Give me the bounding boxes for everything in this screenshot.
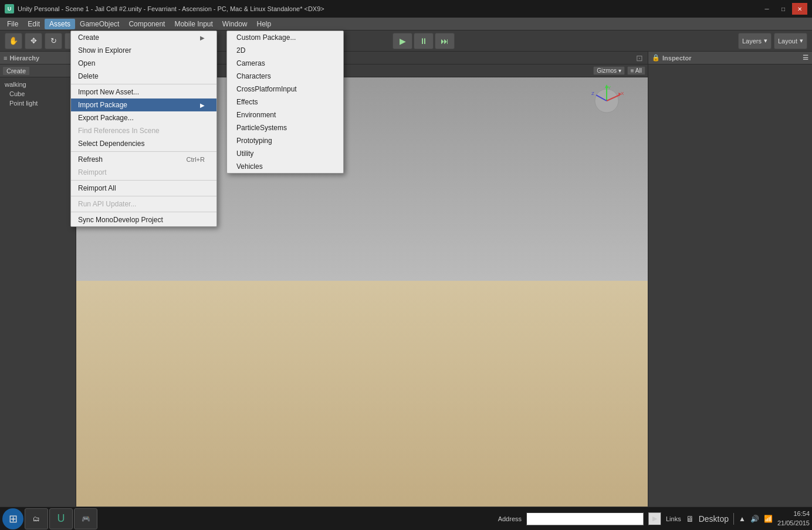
assets-context-menu: Create ▶ Show in Explorer Open Delete Im… bbox=[70, 30, 217, 227]
ctx-run-api-updater: Run API Updater... bbox=[71, 198, 216, 210]
ctx-show-in-explorer[interactable]: Show in Explorer bbox=[71, 44, 216, 57]
ctx-create[interactable]: Create ▶ bbox=[71, 31, 216, 44]
sub-cameras[interactable]: Cameras bbox=[227, 57, 343, 70]
ctx-reimport: Reimport bbox=[71, 166, 216, 179]
ctx-export-package[interactable]: Export Package... bbox=[71, 111, 216, 124]
sub-characters[interactable]: Characters bbox=[227, 70, 343, 83]
ctx-import-new-asset[interactable]: Import New Asset... bbox=[71, 86, 216, 98]
ctx-sep-5 bbox=[71, 212, 216, 212]
ctx-delete[interactable]: Delete bbox=[71, 70, 216, 83]
sub-utility[interactable]: Utility bbox=[227, 147, 343, 160]
sub-crossplatforminput[interactable]: CrossPlatformInput bbox=[227, 83, 343, 96]
ctx-sep-3 bbox=[71, 180, 216, 181]
ctx-import-package-arrow: ▶ bbox=[200, 102, 205, 108]
ctx-create-arrow: ▶ bbox=[200, 35, 205, 41]
ctx-sync-monodevelop[interactable]: Sync MonoDevelop Project bbox=[71, 213, 216, 226]
import-package-submenu: Custom Package... 2D Cameras Characters … bbox=[226, 30, 344, 174]
ctx-sep-1 bbox=[71, 84, 216, 84]
ctx-refresh-shortcut: Ctrl+R bbox=[187, 156, 205, 163]
ctx-open[interactable]: Open bbox=[71, 57, 216, 70]
ctx-import-package[interactable]: Import Package ▶ bbox=[71, 98, 216, 111]
ctx-select-dependencies[interactable]: Select Dependencies bbox=[71, 137, 216, 150]
sub-vehicles[interactable]: Vehicles bbox=[227, 160, 343, 173]
context-overlay[interactable]: Create ▶ Show in Explorer Open Delete Im… bbox=[0, 0, 812, 530]
sub-environment[interactable]: Environment bbox=[227, 108, 343, 121]
ctx-sep-4 bbox=[71, 196, 216, 196]
sub-2d[interactable]: 2D bbox=[227, 44, 343, 57]
sub-particlesystems[interactable]: ParticleSystems bbox=[227, 121, 343, 134]
sub-custom-package[interactable]: Custom Package... bbox=[227, 31, 343, 44]
ctx-refresh[interactable]: Refresh Ctrl+R bbox=[71, 153, 216, 166]
ctx-sep-2 bbox=[71, 151, 216, 152]
ctx-find-references: Find References In Scene bbox=[71, 124, 216, 137]
ctx-reimport-all[interactable]: Reimport All bbox=[71, 182, 216, 195]
sub-effects[interactable]: Effects bbox=[227, 96, 343, 108]
sub-prototyping[interactable]: Prototyping bbox=[227, 134, 343, 147]
